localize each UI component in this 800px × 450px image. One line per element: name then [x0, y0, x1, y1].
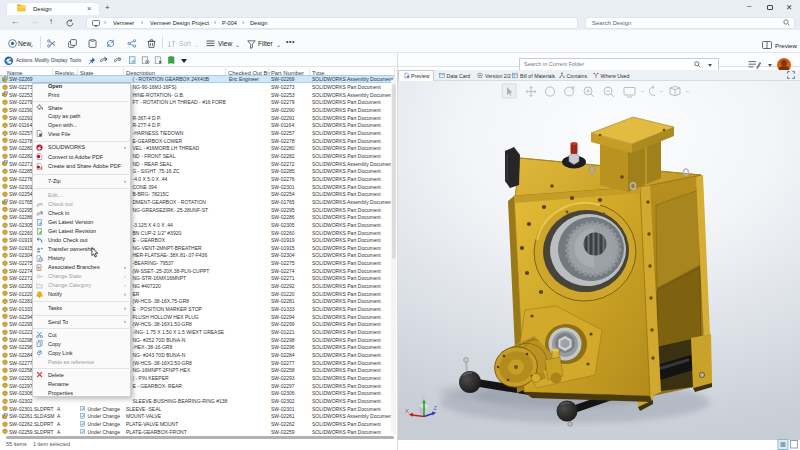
svg-text:Y: Y	[421, 394, 425, 400]
svg-text:X: X	[405, 408, 409, 414]
svg-text:Z: Z	[434, 405, 438, 411]
